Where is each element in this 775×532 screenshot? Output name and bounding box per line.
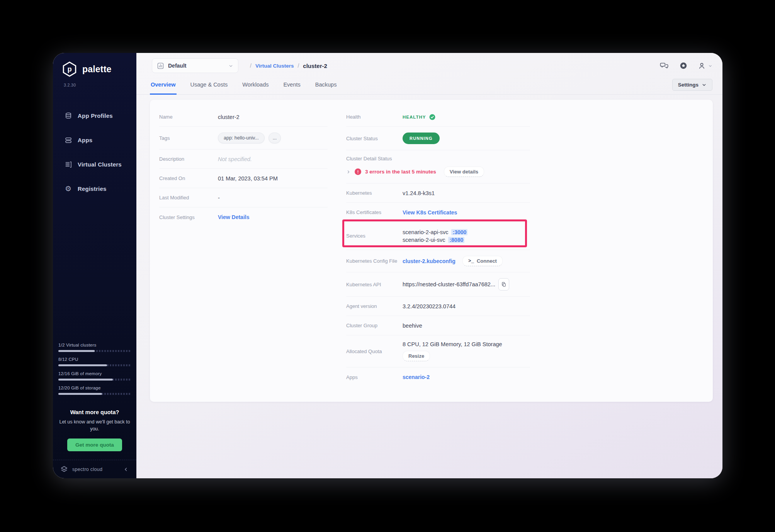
overview-panel: Name cluster-2 Tags app: hello-univ... .…	[136, 95, 722, 478]
service-port-link[interactable]: :3000	[451, 229, 467, 235]
app-version: 3.2.30	[64, 83, 136, 87]
service-port-link[interactable]: :8080	[448, 237, 464, 243]
sidebar-item-label: Virtual Clusters	[78, 161, 122, 168]
kubernetes-version-value: v1.24.8-k3s1	[403, 190, 435, 196]
breadcrumb: / Virtual Clusters / cluster-2	[250, 63, 327, 69]
sidebar-item-label: Registries	[78, 185, 107, 192]
topbar-icons	[660, 61, 712, 70]
row-name: Name cluster-2	[159, 107, 328, 127]
sidebar-item-virtual-clusters[interactable]: Virtual Clusters	[53, 152, 136, 177]
terminal-icon: >_	[468, 258, 474, 264]
project-selector[interactable]: Default	[152, 58, 238, 73]
row-kubeconfig: Kubernetes Config File cluster-2.kubecon…	[346, 250, 530, 272]
announcements-star-icon[interactable]	[679, 61, 688, 70]
spectro-cloud-logo	[60, 465, 68, 474]
row-kubernetes: Kubernetes v1.24.8-k3s1	[346, 184, 530, 203]
row-tags: Tags app: hello-univ... ...	[159, 127, 328, 150]
sidebar-item-label: Apps	[78, 137, 92, 143]
expand-chevron-icon[interactable]	[346, 170, 351, 174]
usage-bar	[58, 350, 131, 352]
usage-storage: 12/20 GiB of storage	[58, 386, 131, 395]
topbar: Default / Virtual Clusters / cluster-2	[136, 53, 722, 75]
error-icon: !	[355, 168, 361, 175]
row-apps: Apps scenario-2	[346, 367, 530, 387]
cluster-status-badge: RUNNING	[403, 133, 440, 144]
resize-button[interactable]: Resize	[403, 351, 430, 361]
sidebar-item-app-profiles[interactable]: App Profiles	[53, 104, 136, 128]
usage-bar	[58, 379, 131, 381]
tab-workloads[interactable]: Workloads	[241, 76, 269, 95]
service-item: scenario-2-api-svc :3000	[403, 229, 467, 235]
health-value: HEALTHY	[403, 115, 426, 119]
sidebar: p palette 3.2.30 App Profiles	[53, 53, 136, 478]
usage-bar	[58, 364, 131, 366]
row-last-modified: Last Modified -	[159, 188, 328, 207]
usage-cpu: 8/12 CPU	[58, 357, 131, 366]
usage-virtual-clusters: 1/2 Virtual clusters	[58, 343, 131, 352]
agent-version-value: 3.2.4/20230223.0744	[403, 303, 455, 309]
database-icon	[64, 112, 72, 120]
kubeconfig-link[interactable]: cluster-2.kubeconfig	[403, 258, 455, 264]
tab-usage-costs[interactable]: Usage & Costs	[190, 76, 229, 95]
sidebar-nav: App Profiles Apps Virtua	[53, 104, 136, 201]
connect-button[interactable]: >_ Connect	[462, 256, 503, 266]
apps-stack-icon	[64, 136, 72, 144]
row-cluster-settings: Cluster Settings View Details	[159, 207, 328, 227]
feedback-chat-icon[interactable]	[660, 61, 669, 70]
sidebar-footer: spectro cloud	[53, 460, 136, 478]
row-created-on: Created On 01 Mar, 2023, 03:54 PM	[159, 169, 328, 188]
row-agent-version: Agent version 3.2.4/20230223.0744	[346, 297, 530, 316]
error-summary: 3 errors in the last 5 minutes	[365, 169, 436, 175]
row-description: Description Not specified.	[159, 150, 328, 169]
brand: p palette	[61, 61, 136, 78]
gear-icon: ⚙	[64, 185, 72, 193]
cluster-group-value: beehive	[403, 323, 422, 329]
row-health: Health HEALTHY	[346, 107, 530, 127]
quota-cta-title: Want more quota?	[59, 409, 130, 415]
project-icon	[157, 62, 164, 70]
sidebar-item-label: App Profiles	[78, 112, 113, 119]
user-icon	[698, 62, 706, 70]
row-allocated-quota: Allocated Quota 8 CPU, 12 GiB Memory, 12…	[346, 335, 530, 367]
svg-text:p: p	[67, 65, 71, 73]
tag-chip[interactable]: app: hello-univ...	[218, 133, 265, 143]
palette-logo-icon: p	[61, 61, 78, 78]
view-k8s-certificates-link[interactable]: View K8s Certificates	[403, 209, 457, 216]
allocated-quota-value: 8 CPU, 12 GiB Memory, 12 GiB Storage	[403, 341, 502, 347]
settings-button[interactable]: Settings	[672, 79, 712, 91]
app-window: p palette 3.2.30 App Profiles	[53, 53, 722, 478]
created-on-value: 01 Mar, 2023, 03:54 PM	[218, 175, 278, 182]
apps-scenario-link[interactable]: scenario-2	[403, 374, 430, 380]
row-kubernetes-api: Kubernetes API https://nested-cluster-63…	[346, 272, 530, 297]
user-menu[interactable]	[698, 62, 712, 70]
collapse-sidebar-chevron[interactable]	[123, 467, 129, 472]
tab-events[interactable]: Events	[282, 76, 301, 95]
tab-overview[interactable]: Overview	[150, 76, 177, 95]
row-cluster-status: Cluster Status RUNNING	[346, 127, 530, 150]
usage-bar	[58, 393, 131, 395]
tags-overflow-chip[interactable]: ...	[269, 133, 281, 143]
overview-right-column: Health HEALTHY Cluster S	[346, 107, 530, 402]
chevron-down-icon	[708, 64, 712, 68]
view-details-button[interactable]: View details	[444, 167, 484, 177]
get-more-quota-button[interactable]: Get more quota	[67, 439, 122, 451]
kubernetes-api-value: https://nested-cluster-63ffd7aa7682...	[403, 281, 495, 287]
last-modified-value: -	[218, 195, 220, 201]
row-cluster-detail-status: Cluster Detail Status ! 3 errors in the …	[346, 150, 530, 184]
project-selector-value: Default	[168, 63, 186, 69]
chevron-down-icon	[228, 63, 233, 68]
service-item: scenario-2-ui-svc :8080	[403, 237, 467, 243]
quota-cta-body: Let us know and we'll get back to you.	[59, 418, 130, 433]
usage-memory: 12/16 GiB of memory	[58, 371, 131, 381]
row-k8s-certificates: K8s Certificates View K8s Certificates	[346, 203, 530, 222]
sidebar-item-registries[interactable]: ⚙ Registries	[53, 177, 136, 201]
breadcrumb-virtual-clusters[interactable]: Virtual Clusters	[255, 63, 294, 69]
sidebar-item-apps[interactable]: Apps	[53, 128, 136, 152]
view-details-link[interactable]: View Details	[218, 214, 249, 220]
cluster-overview-card: Name cluster-2 Tags app: hello-univ... .…	[150, 100, 713, 402]
copy-icon[interactable]	[498, 278, 509, 291]
breadcrumb-current: cluster-2	[303, 63, 327, 69]
cluster-name-value: cluster-2	[218, 114, 240, 120]
check-circle-icon	[429, 114, 436, 121]
tab-backups[interactable]: Backups	[314, 76, 338, 95]
